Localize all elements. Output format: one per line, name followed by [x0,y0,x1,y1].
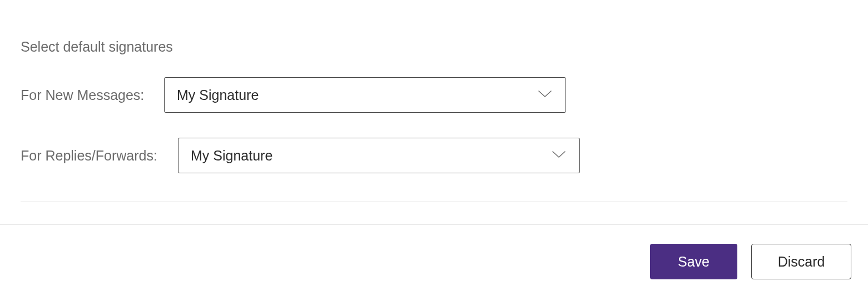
section-title: Select default signatures [21,39,847,55]
replies-forwards-selected-value: My Signature [191,148,567,164]
replies-forwards-row: For Replies/Forwards: My Signature [21,138,847,173]
new-messages-selected-value: My Signature [177,87,553,103]
new-messages-label: For New Messages: [21,87,164,103]
page-divider [0,224,868,225]
save-button[interactable]: Save [650,244,737,279]
signature-settings-section: Select default signatures For New Messag… [0,0,868,173]
new-messages-dropdown[interactable]: My Signature [164,77,566,113]
chevron-down-icon [552,150,566,160]
chevron-down-icon [538,90,552,100]
replies-forwards-dropdown[interactable]: My Signature [178,138,580,173]
replies-forwards-label: For Replies/Forwards: [21,148,178,164]
discard-button[interactable]: Discard [751,244,851,279]
footer-actions: Save Discard [650,244,851,279]
section-divider [21,201,847,202]
new-messages-row: For New Messages: My Signature [21,77,847,113]
